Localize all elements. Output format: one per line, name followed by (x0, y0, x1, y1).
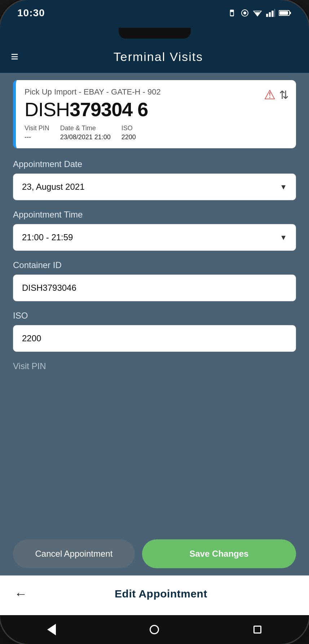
phone-frame: 10:30 (0, 0, 309, 644)
iso-label: ISO (13, 311, 296, 321)
alert-icon[interactable]: ⚠ (264, 87, 275, 102)
chevron-down-icon: ▼ (280, 183, 287, 191)
svg-rect-9 (274, 9, 275, 17)
status-bar: 10:30 (0, 0, 309, 26)
svg-rect-6 (266, 14, 268, 17)
android-recent-button[interactable] (248, 621, 266, 639)
header-title: Terminal Visits (18, 50, 298, 64)
action-bar: Cancel Appointment Save Changes (0, 532, 309, 575)
visit-card-id: DISH379304 6 (25, 99, 287, 120)
status-icons (229, 9, 292, 17)
visit-card-meta: Visit PIN --- Date & Time 23/08/2021 21:… (25, 124, 287, 141)
android-back-button[interactable] (43, 621, 61, 639)
visit-pin-form-label: Visit PIN (13, 361, 296, 371)
cancel-appointment-button[interactable]: Cancel Appointment (13, 539, 135, 568)
datetime-label: Date & Time (60, 124, 111, 132)
app-header: ≡ Terminal Visits (0, 40, 309, 73)
appointment-date-label: Appointment Date (13, 159, 296, 169)
battery-icon (279, 9, 292, 17)
visit-pin-value: --- (25, 133, 49, 141)
camera-area (0, 26, 309, 40)
svg-rect-7 (269, 12, 271, 17)
camera-notch (119, 28, 191, 39)
appointment-time-value: 21:00 - 21:59 (22, 232, 73, 242)
svg-point-3 (243, 12, 246, 14)
appointment-date-value: 23, August 2021 (22, 182, 84, 192)
android-nav (0, 615, 309, 644)
iso-section: ISO 2200 (13, 311, 296, 352)
bottom-nav-title: Edit Appointment (27, 588, 295, 600)
iso-value-card: 2200 (122, 133, 136, 141)
card-actions: ⚠ ⇅ (264, 87, 289, 102)
meta-visit-pin: Visit PIN --- (25, 124, 49, 141)
sort-icon[interactable]: ⇅ (279, 88, 289, 102)
appointment-date-section: Appointment Date 23, August 2021 ▼ (13, 159, 296, 200)
container-id-value: DISH3793046 (22, 283, 76, 293)
bottom-nav-bar: ← Edit Appointment (0, 575, 309, 615)
meta-datetime: Date & Time 23/08/2021 21:00 (60, 124, 111, 141)
visit-pin-section: Visit PIN (13, 361, 296, 371)
svg-rect-8 (272, 11, 273, 17)
svg-rect-11 (290, 12, 291, 14)
visit-pin-label: Visit PIN (25, 124, 49, 132)
meta-iso: ISO 2200 (122, 124, 136, 141)
svg-rect-1 (231, 12, 233, 15)
appointment-time-section: Appointment Time 21:00 - 21:59 ▼ (13, 210, 296, 251)
container-id-label: Container ID (13, 260, 296, 270)
menu-icon[interactable]: ≡ (11, 50, 18, 63)
visit-card: Pick Up Import - EBAY - GATE-H - 902 DIS… (13, 80, 296, 148)
status-time: 10:30 (17, 7, 45, 19)
back-arrow-icon[interactable]: ← (14, 586, 27, 601)
save-changes-button[interactable]: Save Changes (142, 539, 296, 568)
chevron-down-time-icon: ▼ (280, 233, 287, 242)
appointment-date-select[interactable]: 23, August 2021 ▼ (13, 174, 296, 200)
id-prefix: DISH (25, 98, 70, 120)
android-home-icon (150, 625, 159, 634)
main-content: Pick Up Import - EBAY - GATE-H - 902 DIS… (0, 73, 309, 532)
bottom-nav-content: ← Edit Appointment (14, 586, 295, 601)
signal-icon (266, 9, 275, 17)
android-back-icon (47, 624, 56, 635)
android-home-button[interactable] (145, 621, 163, 639)
id-number: 379304 6 (70, 98, 148, 120)
sim-icon (229, 9, 237, 17)
screen: 10:30 (0, 0, 309, 644)
appointment-time-label: Appointment Time (13, 210, 296, 220)
android-recent-icon (253, 626, 261, 634)
iso-input[interactable]: 2200 (13, 325, 296, 352)
svg-rect-12 (279, 11, 288, 15)
appointment-time-select[interactable]: 21:00 - 21:59 ▼ (13, 224, 296, 251)
container-id-section: Container ID DISH3793046 (13, 260, 296, 301)
datetime-value: 23/08/2021 21:00 (60, 133, 111, 141)
iso-label-card: ISO (122, 124, 136, 132)
visit-card-subtitle: Pick Up Import - EBAY - GATE-H - 902 (25, 87, 287, 97)
container-id-input[interactable]: DISH3793046 (13, 275, 296, 301)
location-icon (240, 9, 249, 17)
iso-value: 2200 (22, 333, 41, 343)
wifi-icon (253, 9, 262, 17)
